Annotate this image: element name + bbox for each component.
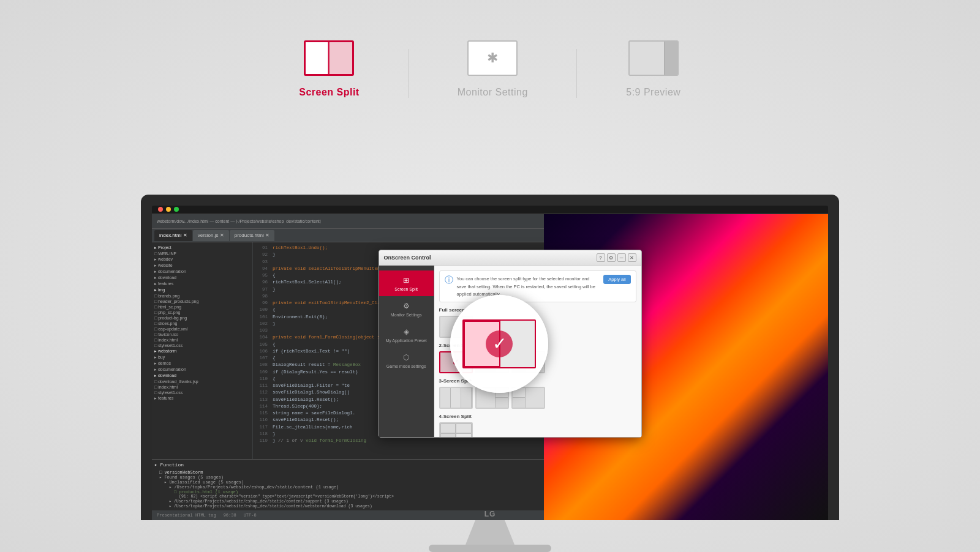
osc-title-bar: OnScreen Control ? ⚙ ─ ✕ (379, 250, 641, 266)
monitor-stand (466, 520, 514, 545)
feature-item-screen-split[interactable]: Screen Split (250, 37, 408, 98)
file-tree-item: ▸ documentation (152, 269, 252, 275)
info-icon: ⓘ (445, 275, 453, 286)
preview-icon-wrap (626, 37, 681, 80)
osc-sidebar-monitor-settings[interactable]: ⚙ Monitor Settings (379, 296, 434, 322)
monitor-base (429, 545, 551, 552)
lg-logo: LG (484, 510, 496, 518)
osc-info-text: You can choose the screen split type for… (457, 276, 595, 297)
ide-tab-index[interactable]: index.html ✕ (154, 230, 192, 241)
osc-sidebar-app-preset[interactable]: ◈ My Application Preset (379, 322, 434, 348)
feature-item-monitor-setting[interactable]: ✱ Monitor Setting (409, 37, 577, 98)
osc-sidebar: ⊞ Screen Split ⚙ Monitor Settings ◈ My A… (379, 266, 434, 437)
monitor-container: webstorm/dow.../index.html — content — [… (141, 195, 839, 552)
osc-info-box: ⓘ Apply all You can choose the screen sp… (439, 270, 636, 302)
file-tree-item: □ favicon.ico (152, 332, 252, 337)
screen-split-sidebar-icon: ⊞ (401, 275, 411, 285)
apply-all-button[interactable]: Apply all (603, 275, 630, 284)
file-tree-item: □ header_products.png (152, 299, 252, 304)
close-dot (158, 207, 163, 212)
ide-title-bar: webstorm/dow.../index.html — content — [… (152, 214, 544, 229)
split-option-4col[interactable] (439, 422, 473, 438)
game-mode-sidebar-icon: ⬡ (401, 352, 411, 362)
screen-split-icon (304, 40, 354, 76)
file-tree-item: □ styleset1.css (152, 343, 252, 348)
osc-dialog-title: OnScreen Control (384, 255, 431, 261)
preview-label: 5:9 Preview (626, 87, 680, 98)
file-tree-item: ▸ demos (152, 360, 252, 367)
gear-icon: ✱ (487, 50, 498, 66)
check-circle: ✓ (486, 330, 513, 357)
ide-title-text: webstorm/dow.../index.html — content — [… (157, 219, 321, 223)
status-pos: 96:38 (224, 513, 236, 518)
minimize-dot (166, 207, 171, 212)
file-tree-item: □ php_sc.png (152, 310, 252, 315)
screen-split-label: Screen Split (299, 87, 359, 98)
ide-tab-version[interactable]: version.js ✕ (193, 230, 229, 241)
file-tree-item: □ index.html (152, 384, 252, 390)
osc-info-btn[interactable]: ? (597, 253, 605, 262)
file-tree-item: □ styleset1.css (152, 390, 252, 395)
maximize-dot (174, 207, 179, 212)
file-tree-item: □ product-bg.png (152, 315, 252, 321)
ide-tab-products[interactable]: products.html ✕ (230, 230, 274, 241)
file-tree-item: □ slices.png (152, 321, 252, 326)
file-tree-item: ▸ download (152, 275, 252, 281)
osc-settings-btn[interactable]: ⚙ (607, 253, 616, 262)
app-preset-sidebar-icon: ◈ (401, 327, 411, 337)
osc-sidebar-game-mode-label: Game mode settings (386, 364, 426, 368)
file-tree-item: ▸ features (152, 395, 252, 401)
monitor-settings-sidebar-icon: ⚙ (401, 301, 411, 311)
file-tree-item: ▸ webdev (152, 256, 252, 263)
file-tree-item: □ download_thanks.jsp (152, 379, 252, 384)
feature-item-preview[interactable]: 5:9 Preview (577, 37, 730, 98)
osc-sidebar-screen-split-label: Screen Split (394, 287, 418, 291)
preview-icon (628, 40, 679, 76)
file-tree-item: ▸ img (152, 287, 252, 293)
file-tree-item: ▸ download (152, 373, 252, 379)
monitor-setting-icon: ✱ (467, 40, 518, 76)
file-tree-item: □ index.html (152, 337, 252, 343)
osc-sidebar-screen-split[interactable]: ⊞ Screen Split (379, 270, 434, 296)
osc-sidebar-game-mode[interactable]: ⬡ Game mode settings (379, 348, 434, 373)
section-4-screen: 4-Screen Split (439, 414, 636, 419)
file-tree-item: □ WEB-INF (152, 251, 252, 256)
osc-close-btn[interactable]: ✕ (628, 253, 636, 262)
file-tree-item: ▸ features (152, 281, 252, 287)
file-tree-item: ▸ webstorm (152, 348, 252, 354)
file-tree-item: □ html_sc.png (152, 304, 252, 310)
file-tree-item: ▸ documentation (152, 367, 252, 373)
osc-window-controls: ? ⚙ ─ ✕ (597, 253, 636, 262)
split-option-3col-v3[interactable] (511, 387, 545, 409)
file-tree-item: ▸ Project (152, 245, 252, 251)
ide-tabs: index.html ✕ version.js ✕ products.html … (152, 229, 544, 242)
screen-split-icon-wrap (301, 37, 356, 80)
osc-minimize-btn[interactable]: ─ (617, 253, 626, 262)
feature-bar: Screen Split ✱ Monitor Setting 5:9 Previ… (0, 37, 980, 98)
3-screen-options (439, 387, 636, 409)
4-screen-options (439, 422, 636, 438)
file-tree-item: □ brands.png (152, 293, 252, 299)
circle-zoom-overlay: ✓ (450, 295, 548, 393)
file-tree-item: ▸ website (152, 263, 252, 269)
split-option-3col[interactable] (439, 387, 473, 409)
onscreen-control-dialog: OnScreen Control ? ⚙ ─ ✕ ⊞ Screen Split … (379, 250, 642, 438)
osc-sidebar-app-preset-label: My Application Preset (385, 338, 426, 343)
monitor-top-bar (152, 206, 828, 213)
file-tree-item: ▸ buy (152, 354, 252, 360)
status-tag: Presentational HTML tag (157, 513, 216, 518)
monitor-setting-icon-wrap: ✱ (465, 37, 520, 80)
monitor-setting-label: Monitor Setting (458, 87, 528, 98)
osc-sidebar-monitor-settings-label: Monitor Settings (391, 313, 422, 317)
file-tree-item: □ eap-update.xml (152, 326, 252, 332)
circle-zoom-content: ✓ (462, 319, 536, 368)
status-encoding: UTF-8 (244, 513, 257, 518)
